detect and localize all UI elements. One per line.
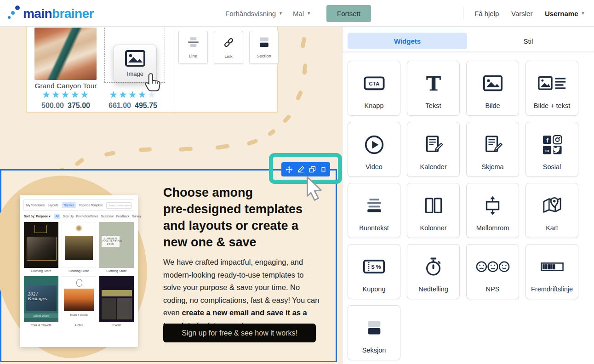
widget-card-nedtelling[interactable]: Nedtelling bbox=[407, 244, 460, 299]
browser-tab-import-a-template[interactable]: Import a Template bbox=[79, 204, 103, 207]
browser-filter-seasonal[interactable]: Seasonal bbox=[101, 215, 114, 218]
widget-card-fremdriftslinje[interactable]: Fremdriftslinje bbox=[525, 244, 578, 299]
template-thumb-cell: Clothing Store bbox=[62, 222, 96, 273]
map-icon bbox=[542, 183, 562, 224]
mini-widget-row: LineLinkSection bbox=[178, 31, 279, 64]
widget-label: Fremdriftslinje bbox=[531, 285, 573, 293]
widget-label: Kupong bbox=[363, 285, 386, 293]
old-price: 500.00 bbox=[41, 102, 64, 109]
widget-card-bunntekst[interactable]: Bunntekst bbox=[348, 183, 400, 238]
widget-label: Video bbox=[366, 163, 383, 171]
sort-dropdown[interactable]: Sort by: Purpose ▾ bbox=[24, 215, 50, 218]
browser-filter-sign-up[interactable]: Sign Up bbox=[63, 215, 74, 218]
widget-card-kart[interactable]: Kart bbox=[525, 183, 578, 238]
hand-cursor-icon bbox=[143, 72, 163, 95]
duplicate-icon[interactable] bbox=[308, 165, 316, 173]
browser-tab-layouts[interactable]: Layouts bbox=[48, 204, 58, 207]
svg-text:CTA: CTA bbox=[369, 81, 379, 86]
widget-card-bilde[interactable]: Bilde bbox=[466, 61, 519, 116]
link-icon bbox=[223, 36, 235, 51]
widget-card-kolonner[interactable]: Kolonner bbox=[407, 183, 460, 238]
move-icon[interactable] bbox=[285, 165, 293, 174]
edit-icon[interactable] bbox=[297, 165, 305, 173]
template-thumbnail-clothing-store[interactable] bbox=[62, 222, 96, 268]
mini-widget-label: Section bbox=[257, 53, 271, 58]
tab-widgets[interactable]: Widgets bbox=[348, 33, 467, 49]
old-price: 661.00 bbox=[109, 102, 131, 109]
image-text-icon bbox=[538, 61, 566, 102]
browser-filter-survey[interactable]: Survey bbox=[132, 215, 141, 218]
browser-filter-feedback[interactable]: Feedback bbox=[116, 215, 130, 218]
widget-card-kupong[interactable]: $ %Kupong bbox=[348, 244, 400, 299]
heading-line: and layouts or create a bbox=[163, 217, 329, 234]
template-caption: Clothing Store bbox=[99, 269, 134, 273]
widget-card-knapp[interactable]: CTAKnapp bbox=[348, 61, 400, 116]
columns-icon bbox=[424, 183, 443, 224]
widget-card-bilde-tekst[interactable]: Bilde + tekst bbox=[525, 61, 578, 116]
template-thumbnail-hotel[interactable]: Music Festival bbox=[62, 276, 96, 322]
browser-search-input[interactable]: Search a template bbox=[106, 202, 131, 209]
template-caption: Clothing Store bbox=[62, 269, 96, 273]
widget-card-video[interactable]: Video bbox=[348, 122, 400, 177]
logo-dots-icon bbox=[7, 5, 20, 22]
widget-card-seksjon[interactable]: Seksjon bbox=[348, 305, 400, 360]
alerts-link[interactable]: Varsler bbox=[511, 0, 532, 27]
browser-filter-promotion-sales[interactable]: Promotion/Sales bbox=[76, 215, 98, 218]
browser-filter-all[interactable]: All bbox=[54, 214, 60, 219]
product-photo bbox=[34, 28, 97, 80]
chevron-down-icon: ▼ bbox=[279, 11, 283, 16]
username-menu[interactable]: Username▼ bbox=[545, 0, 585, 27]
widget-card-tekst[interactable]: TTekst bbox=[407, 61, 460, 116]
svg-text:T: T bbox=[426, 74, 441, 93]
mainbrainer-logo[interactable]: mainbrainer bbox=[7, 5, 94, 22]
navbar-divider bbox=[463, 7, 463, 20]
mini-widget-section[interactable]: Section bbox=[249, 31, 279, 64]
form-icon bbox=[483, 122, 503, 163]
template-thumbnail-event[interactable] bbox=[99, 276, 134, 322]
delete-icon[interactable] bbox=[320, 166, 327, 173]
mini-widget-line[interactable]: Line bbox=[178, 31, 208, 64]
template-grid: Clothing StoreClothing StoreSUMMER COLLE… bbox=[24, 222, 134, 327]
mini-widget-label: Line bbox=[189, 53, 197, 58]
product-2-prices: 661.00495.75 bbox=[94, 102, 172, 110]
signup-cta-button[interactable]: Sign up for free & see how it works! bbox=[163, 324, 316, 342]
widget-card-mellomrom[interactable]: Mellomrom bbox=[466, 183, 519, 238]
selected-email-block[interactable]: My TemplatesLayoutsThemesImport a Templa… bbox=[0, 169, 337, 362]
trail-dash bbox=[104, 151, 115, 157]
heading-line: Choose among bbox=[163, 184, 329, 201]
menu-preview[interactable]: Forhåndsvisning▼ bbox=[225, 0, 283, 27]
mini-widget-link[interactable]: Link bbox=[214, 31, 243, 64]
product-1-prices: 500.00375.00 bbox=[27, 102, 105, 110]
browser-tab-themes[interactable]: Themes bbox=[62, 202, 76, 208]
browser-tab-my-templates[interactable]: My Templates bbox=[26, 204, 45, 207]
widget-label: Bilde + tekst bbox=[534, 102, 570, 109]
template-caption: Event bbox=[99, 324, 134, 327]
widget-card-nps[interactable]: NPS bbox=[466, 244, 519, 299]
heading-line: pre-designed templates bbox=[163, 201, 329, 217]
image-icon bbox=[483, 61, 503, 102]
template-thumb-cell: Event bbox=[99, 276, 134, 327]
trail-dash bbox=[179, 147, 193, 152]
widget-card-sosial[interactable]: finSosial bbox=[525, 122, 578, 177]
product-1-stars: ★★★★★ bbox=[27, 90, 105, 100]
star-icon: ★ bbox=[119, 89, 128, 100]
template-thumbnail-tour-travels[interactable]: 2021 PackagesLatest Deals bbox=[24, 276, 58, 322]
template-caption: Clothing Store bbox=[24, 269, 58, 273]
email-product-section[interactable]: Grand Canyon Tour ★★★★★ ★★★★★ 500.00375.… bbox=[26, 27, 278, 113]
mouse-cursor-icon bbox=[305, 176, 323, 204]
template-thumbnail-clothing-store[interactable]: SUMMER COLLECTION 2019 bbox=[99, 222, 134, 268]
widget-card-skjema[interactable]: Skjema bbox=[466, 122, 519, 177]
chevron-down-icon: ▼ bbox=[307, 11, 311, 16]
tab-style[interactable]: Stil bbox=[467, 33, 589, 49]
new-price: 375.00 bbox=[68, 102, 90, 109]
widget-label: Kalender bbox=[420, 163, 446, 171]
help-link[interactable]: Få hjelp bbox=[474, 0, 499, 27]
continue-button[interactable]: Fortsett bbox=[326, 5, 371, 22]
trail-dash bbox=[74, 157, 85, 167]
widget-card-kalender[interactable]: Kalender bbox=[407, 122, 460, 177]
template-thumbnail-clothing-store[interactable] bbox=[24, 222, 58, 268]
text-icon: T bbox=[425, 61, 442, 102]
nps-icon bbox=[476, 245, 510, 285]
widget-label: Knapp bbox=[365, 102, 384, 109]
menu-template[interactable]: Mal▼ bbox=[293, 0, 311, 27]
